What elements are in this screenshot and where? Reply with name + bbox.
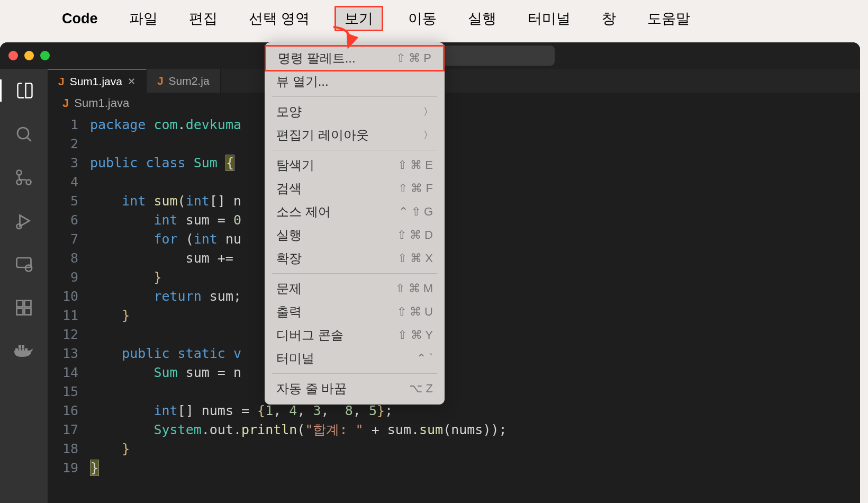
menu-item[interactable]: 편집기 레이아웃〉 [265,123,445,147]
remote-explorer-icon[interactable] [13,253,35,275]
menu-item-label: 출력 [276,303,302,320]
menu-shortcut: ⇧ ⌘ P [396,51,431,65]
menu-item-label: 탐색기 [276,157,314,174]
menubar-item-terminal[interactable]: 터미널 [521,6,577,31]
menu-item[interactable]: 검색⇧ ⌘ F [265,177,445,200]
menubar-item-view[interactable]: 보기 [334,6,383,31]
breadcrumb[interactable]: J Sum1.java [48,93,860,113]
menu-item[interactable]: 뷰 열기... [265,70,445,93]
svg-point-5 [26,180,31,185]
svg-rect-13 [17,309,23,315]
menu-shortcut: ⌃ ` [417,352,433,365]
svg-rect-9 [17,258,31,267]
svg-point-10 [25,265,32,272]
menu-item-label: 편집기 레이아웃 [276,127,369,143]
menu-shortcut: ⇧ ⌘ F [398,182,433,195]
menu-item[interactable]: 탐색기⇧ ⌘ E [265,154,445,177]
breadcrumb-file: Sum1.java [74,96,129,110]
menu-item[interactable]: 모양〉 [265,100,445,123]
explorer-icon[interactable] [0,79,48,102]
menubar-item-edit[interactable]: 편집 [183,6,224,31]
menubar-item-help[interactable]: 도움말 [641,6,697,31]
code-content[interactable]: package com.devkuma basic; public class … [90,115,860,478]
tab-label: Sum2.ja [169,75,210,87]
close-tab-icon[interactable]: ✕ [128,76,135,87]
svg-rect-14 [25,309,31,315]
code-editor[interactable]: 12345678910111213141516171819 package co… [48,113,860,478]
menu-item-label: 실행 [276,227,302,244]
menu-item[interactable]: 명령 팔레트...⇧ ⌘ P [265,45,445,71]
macos-menubar: Code 파일 편집 선택 영역 보기 이동 실행 터미널 창 도움말 [0,0,868,37]
svg-point-8 [17,224,22,229]
menu-item[interactable]: 터미널⌃ ` [265,347,445,370]
chevron-right-icon: 〉 [423,105,433,118]
menu-shortcut: ⌃ ⇧ G [399,205,433,219]
editor-tabs: J Sum1.java ✕ J Sum2.ja [48,69,860,93]
svg-rect-19 [19,345,21,348]
zoom-window-button[interactable] [40,51,50,60]
menu-shortcut: ⇧ ⌘ X [397,252,433,265]
menu-item-label: 디버그 콘솔 [276,327,343,344]
menu-item[interactable]: 디버그 콘솔⇧ ⌘ Y [265,324,445,347]
java-file-icon: J [62,96,69,110]
svg-rect-12 [25,301,31,307]
view-menu-dropdown: 명령 팔레트...⇧ ⌘ P뷰 열기...모양〉편집기 레이아웃〉탐색기⇧ ⌘ … [265,42,445,405]
menu-shortcut: ⇧ ⌘ M [395,282,433,295]
menu-shortcut: ⌥ Z [409,382,433,396]
menu-item[interactable]: 실행⇧ ⌘ D [265,223,445,247]
svg-point-2 [17,128,29,139]
menubar-item-selection[interactable]: 선택 영역 [242,6,317,31]
svg-rect-20 [22,345,24,348]
menu-separator [272,373,437,374]
source-control-icon[interactable] [13,166,35,188]
editor-area: J Sum1.java ✕ J Sum2.ja J Sum1.java 1234… [48,69,860,503]
svg-point-6 [17,180,22,185]
svg-line-3 [28,138,31,141]
chevron-right-icon: 〉 [423,129,433,141]
menu-item[interactable]: 문제⇧ ⌘ M [265,277,445,300]
menu-item-label: 문제 [276,280,302,297]
close-window-button[interactable] [8,51,18,60]
svg-rect-11 [17,301,23,307]
docker-icon[interactable] [13,340,35,362]
menubar-app-name[interactable]: Code [56,7,104,30]
extensions-icon[interactable] [13,297,35,319]
menu-item-label: 모양 [276,103,302,120]
menu-item-label: 터미널 [276,350,314,367]
menu-item[interactable]: 자동 줄 바꿈⌥ Z [265,377,445,400]
menu-item-label: 뷰 열기... [276,73,329,90]
menu-separator [272,96,437,97]
menu-item-label: 자동 줄 바꿈 [276,380,347,397]
menubar-item-window[interactable]: 창 [595,6,622,31]
java-file-icon: J [58,75,65,88]
menu-shortcut: ⇧ ⌘ E [397,158,433,172]
search-panel-icon[interactable] [13,123,35,145]
activity-bar [0,69,48,503]
menu-item-label: 검색 [276,180,302,197]
run-debug-icon[interactable] [13,210,35,232]
minimize-window-button[interactable] [24,51,34,60]
java-file-icon: J [157,75,164,87]
menu-item[interactable]: 확장⇧ ⌘ X [265,247,445,270]
menu-shortcut: ⇧ ⌘ D [397,228,433,242]
menu-item-label: 소스 제어 [276,203,331,220]
menu-item-label: 명령 팔레트... [278,50,356,67]
menubar-item-run[interactable]: 실행 [462,6,503,31]
menu-separator [272,150,437,150]
menu-item[interactable]: 소스 제어⌃ ⇧ G [265,200,445,223]
menu-item-label: 확장 [276,250,302,267]
line-gutter: 12345678910111213141516171819 [48,115,90,478]
menubar-item-go[interactable]: 이동 [402,6,443,31]
traffic-lights [8,51,50,60]
menu-separator [272,273,437,274]
menu-item[interactable]: 출력⇧ ⌘ U [265,300,445,324]
tab-sum2[interactable]: J Sum2.ja [147,69,221,93]
menubar-item-file[interactable]: 파일 [123,6,164,31]
tab-sum1[interactable]: J Sum1.java ✕ [48,69,147,93]
menu-shortcut: ⇧ ⌘ U [397,305,433,319]
svg-point-4 [17,170,22,175]
tab-label: Sum1.java [70,75,122,88]
menu-shortcut: ⇧ ⌘ Y [397,328,433,342]
